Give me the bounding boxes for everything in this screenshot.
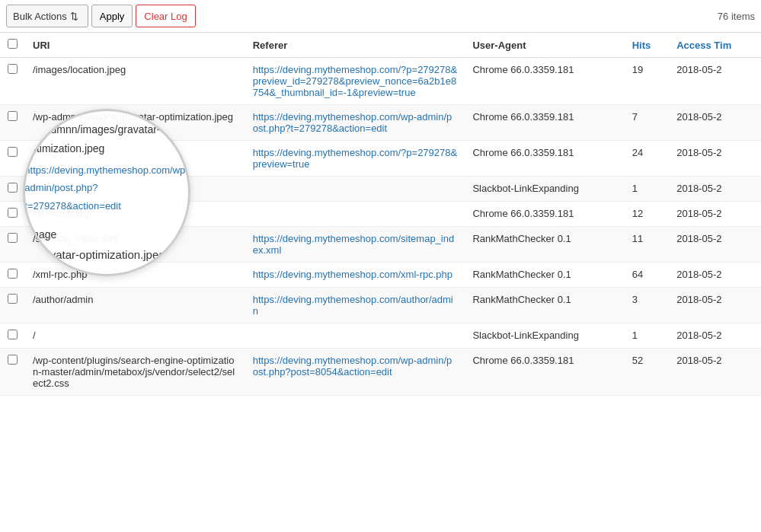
row-checkbox[interactable]: [8, 208, 18, 218]
referer-cell: https://deving.mythemeshop.com/sitemap_i…: [245, 227, 465, 263]
referer-cell: https://deving.mythemeshop.com/wp-admin/…: [245, 349, 465, 396]
row-checkbox[interactable]: [8, 111, 18, 121]
hits-column-header[interactable]: Hits: [625, 33, 669, 58]
referer-cell: https://deving.mythemeshop.com/author/ad…: [245, 288, 465, 323]
referer-cell: https://deving.mythemeshop.com/?p=279278…: [245, 141, 465, 177]
access-time-cell: 2018-05-2: [669, 202, 761, 227]
uri-cell: /images/location.jpeg: [25, 58, 245, 105]
table-row: /xml-rpc.phphttps://deving.mythemeshop.c…: [0, 263, 761, 288]
table-row: /wp-admnn/images/gravatar-optimization.j…: [0, 105, 761, 141]
access-time-cell: 2018-05-2: [669, 177, 761, 202]
row-checkbox[interactable]: [8, 64, 18, 74]
select-all-checkbox[interactable]: [8, 39, 18, 49]
row-checkbox[interactable]: [8, 269, 18, 279]
row-checkbox[interactable]: [8, 355, 18, 365]
useragent-cell: Chrome 66.0.3359.181: [465, 58, 624, 105]
referer-link[interactable]: https://deving.mythemeshop.com/wp-admin/…: [253, 111, 452, 134]
uri-cell: /image: [25, 141, 245, 177]
clear-log-button[interactable]: Clear Log: [136, 5, 195, 27]
hits-cell: 24: [625, 141, 669, 177]
table-header: URI Referer User-Agent Hits Access Tim: [0, 33, 761, 58]
table-row: /seo-checkupChrome 66.0.3359.181122018-0…: [0, 202, 761, 227]
hits-cell: 19: [625, 58, 669, 105]
bulk-actions-select[interactable]: Bulk Actions ⇅: [6, 5, 88, 27]
hits-cell: 1: [625, 177, 669, 202]
access-time-cell: 2018-05-2: [669, 105, 761, 141]
access-time-cell: 2018-05-2: [669, 227, 761, 263]
uri-cell: /wp-admnn/images/gravatar-optimization.j…: [25, 105, 245, 141]
referer-cell: [245, 177, 465, 202]
hits-cell: 64: [625, 263, 669, 288]
uri-cell: /sitemap_index.xml: [25, 227, 245, 263]
hits-cell: 3: [625, 288, 669, 323]
row-checkbox[interactable]: [8, 294, 18, 304]
row-checkbox[interactable]: [8, 233, 18, 243]
access-time-cell: 2018-05-2: [669, 323, 761, 349]
uri-cell: /: [25, 323, 245, 349]
access-time-column-header[interactable]: Access Tim: [669, 33, 761, 58]
table-row: /Slackbot-LinkExpanding12018-05-2: [0, 177, 761, 202]
access-time-cell: 2018-05-2: [669, 58, 761, 105]
access-time-cell: 2018-05-2: [669, 349, 761, 396]
table-row: /wp-content/plugins/search-engine-optimi…: [0, 349, 761, 396]
referer-column-header: Referer: [245, 33, 465, 58]
uri-cell: /xml-rpc.php: [25, 263, 245, 288]
uri-cell: /author/admin: [25, 288, 245, 323]
referer-link[interactable]: https://deving.mythemeshop.com/author/ad…: [253, 294, 453, 317]
item-count: 76 items: [718, 11, 755, 22]
hits-cell: 52: [625, 349, 669, 396]
row-checkbox[interactable]: [8, 183, 18, 193]
hits-cell: 12: [625, 202, 669, 227]
table-container: /wp-admnn/images/gravatar- optimization.…: [0, 33, 761, 396]
access-time-cell: 2018-05-2: [669, 288, 761, 323]
useragent-cell: Slackbot-LinkExpanding: [465, 177, 624, 202]
hits-cell: 7: [625, 105, 669, 141]
uri-cell: /seo-checkup: [25, 202, 245, 227]
useragent-cell: Slackbot-LinkExpanding: [465, 323, 624, 349]
uri-column-header: URI: [25, 33, 245, 58]
referer-cell: https://deving.mythemeshop.com/?p=279278…: [245, 58, 465, 105]
row-checkbox[interactable]: [8, 330, 18, 339]
referer-cell: https://deving.mythemeshop.com/wp-admin/…: [245, 105, 465, 141]
table-row: /sitemap_index.xmlhttps://deving.mytheme…: [0, 227, 761, 263]
useragent-cell: RankMathChecker 0.1: [465, 263, 624, 288]
access-time-cell: 2018-05-2: [669, 141, 761, 177]
useragent-cell: Chrome 66.0.3359.181: [465, 349, 624, 396]
referer-link[interactable]: https://deving.mythemeshop.com/sitemap_i…: [253, 233, 454, 256]
uri-cell: /: [25, 177, 245, 202]
hits-cell: 11: [625, 227, 669, 263]
hits-cell: 1: [625, 323, 669, 349]
apply-button[interactable]: Apply: [91, 5, 133, 27]
table-row: /images/location.jpeghttps://deving.myth…: [0, 58, 761, 105]
row-checkbox[interactable]: [8, 147, 18, 157]
select-all-header: [0, 33, 25, 58]
referer-link[interactable]: https://deving.mythemeshop.com/xml-rpc.p…: [253, 269, 452, 280]
bulk-actions-arrow-icon: ⇅: [70, 11, 78, 22]
referer-cell: [245, 323, 465, 349]
referer-link[interactable]: https://deving.mythemeshop.com/?p=279278…: [253, 64, 457, 98]
uri-cell: /wp-content/plugins/search-engine-optimi…: [25, 349, 245, 396]
toolbar: Bulk Actions ⇅ Apply Clear Log 76 items: [0, 0, 761, 33]
table-row: /imagehttps://deving.mythemeshop.com/?p=…: [0, 141, 761, 177]
useragent-cell: RankMathChecker 0.1: [465, 288, 624, 323]
referer-cell: https://deving.mythemeshop.com/xml-rpc.p…: [245, 263, 465, 288]
table-body: /images/location.jpeghttps://deving.myth…: [0, 58, 761, 396]
bulk-actions-label: Bulk Actions: [13, 11, 67, 22]
access-time-cell: 2018-05-2: [669, 263, 761, 288]
data-table: URI Referer User-Agent Hits Access Tim /…: [0, 33, 761, 396]
useragent-column-header: User-Agent: [465, 33, 624, 58]
referer-cell: [245, 202, 465, 227]
useragent-cell: Chrome 66.0.3359.181: [465, 202, 624, 227]
table-row: /author/adminhttps://deving.mythemeshop.…: [0, 288, 761, 323]
useragent-cell: Chrome 66.0.3359.181: [465, 105, 624, 141]
useragent-cell: RankMathChecker 0.1: [465, 227, 624, 263]
table-row: /Slackbot-LinkExpanding12018-05-2: [0, 323, 761, 349]
useragent-cell: Chrome 66.0.3359.181: [465, 141, 624, 177]
referer-link[interactable]: https://deving.mythemeshop.com/?p=279278…: [253, 147, 457, 170]
referer-link[interactable]: https://deving.mythemeshop.com/wp-admin/…: [253, 355, 452, 377]
